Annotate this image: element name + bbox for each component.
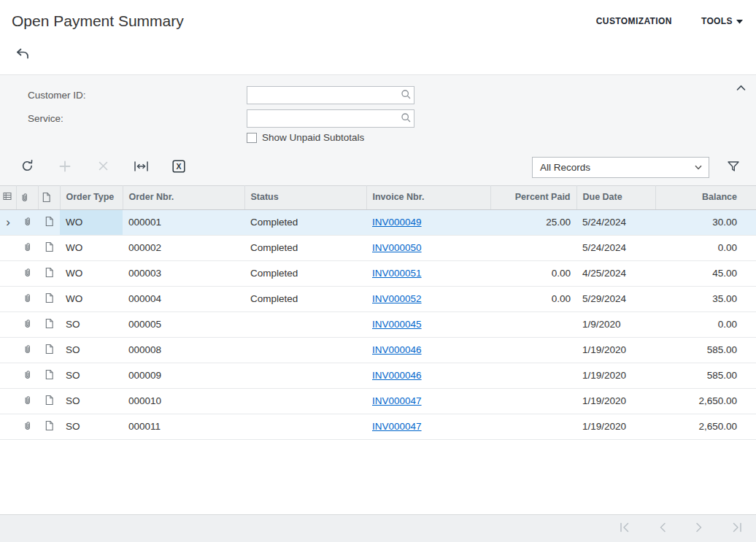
note-icon[interactable] <box>45 244 54 255</box>
note-cell[interactable] <box>38 311 60 337</box>
show-unpaid-subtotals-checkbox[interactable] <box>247 133 257 143</box>
paperclip-icon[interactable] <box>23 320 32 331</box>
table-row[interactable]: WO000002CompletedINV0000505/24/20240.00 <box>0 235 756 260</box>
note-cell[interactable] <box>38 337 60 363</box>
note-cell[interactable] <box>38 260 60 286</box>
note-icon[interactable] <box>45 371 54 382</box>
invoice-link[interactable]: INV000049 <box>372 217 422 228</box>
cell-invoice_nbr[interactable]: INV000046 <box>366 337 490 363</box>
attachment-cell[interactable] <box>16 286 38 311</box>
note-icon[interactable] <box>45 422 54 433</box>
export-excel-button[interactable]: X <box>168 156 190 178</box>
search-icon[interactable] <box>401 89 412 100</box>
invoice-link[interactable]: INV000051 <box>372 268 422 279</box>
prev-page-button[interactable] <box>657 522 668 535</box>
row-selector[interactable] <box>0 260 16 286</box>
cell-invoice_nbr[interactable]: INV000049 <box>366 209 490 235</box>
cell-invoice_nbr[interactable]: INV000051 <box>366 260 490 286</box>
table-row[interactable]: ›WO000001CompletedINV00004925.005/24/202… <box>0 209 756 235</box>
column-header-balance[interactable]: Balance <box>655 186 756 210</box>
note-icon[interactable] <box>45 218 54 229</box>
attachment-cell[interactable] <box>16 260 38 286</box>
paperclip-icon[interactable] <box>23 371 32 382</box>
column-header-due_date[interactable]: Due Date <box>576 186 655 210</box>
attachment-cell[interactable] <box>16 235 38 260</box>
note-cell[interactable] <box>38 209 60 235</box>
table-row[interactable]: SO000005INV0000451/9/20200.00 <box>0 311 756 337</box>
notes-column-header[interactable] <box>38 186 60 210</box>
column-header-invoice_nbr[interactable]: Invoice Nbr. <box>366 186 490 210</box>
attachment-cell[interactable] <box>16 363 38 388</box>
filter-settings-button[interactable] <box>722 156 744 178</box>
collapse-panel-button[interactable] <box>736 82 746 93</box>
delete-row-button[interactable] <box>92 156 114 178</box>
records-filter-dropdown[interactable]: All Records <box>532 157 709 178</box>
row-selector[interactable] <box>0 337 16 363</box>
attachments-column-header[interactable] <box>16 186 38 210</box>
table-row[interactable]: SO000008INV0000461/19/2020585.00 <box>0 337 756 363</box>
row-selector[interactable] <box>0 235 16 260</box>
note-cell[interactable] <box>38 414 60 439</box>
customization-menu[interactable]: CUSTOMIZATION <box>596 16 672 26</box>
cell-invoice_nbr[interactable]: INV000050 <box>366 235 490 260</box>
refresh-button[interactable] <box>16 156 38 178</box>
note-icon[interactable] <box>45 295 54 306</box>
row-selector[interactable] <box>0 286 16 311</box>
table-row[interactable]: WO000004CompletedINV0000520.005/29/20243… <box>0 286 756 311</box>
customer-id-input[interactable] <box>247 86 414 104</box>
undo-button[interactable] <box>15 47 31 63</box>
search-icon[interactable] <box>401 112 412 123</box>
cell-invoice_nbr[interactable]: INV000052 <box>366 286 490 311</box>
row-selector[interactable] <box>0 363 16 388</box>
invoice-link[interactable]: INV000050 <box>372 242 422 253</box>
row-selector[interactable]: › <box>0 209 16 235</box>
paperclip-icon[interactable] <box>23 269 32 280</box>
cell-invoice_nbr[interactable]: INV000046 <box>366 363 490 388</box>
invoice-link[interactable]: INV000047 <box>372 395 422 406</box>
note-cell[interactable] <box>38 235 60 260</box>
column-header-percent_paid[interactable]: Percent Paid <box>490 186 576 210</box>
row-selector[interactable] <box>0 414 16 439</box>
cell-invoice_nbr[interactable]: INV000045 <box>366 311 490 337</box>
invoice-link[interactable]: INV000046 <box>372 370 422 381</box>
last-page-button[interactable] <box>730 522 743 535</box>
note-icon[interactable] <box>45 269 54 280</box>
column-header-order_nbr[interactable]: Order Nbr. <box>123 186 244 210</box>
note-icon[interactable] <box>45 346 54 357</box>
attachment-cell[interactable] <box>16 209 38 235</box>
row-selector[interactable] <box>0 388 16 414</box>
next-page-button[interactable] <box>694 522 704 535</box>
invoice-link[interactable]: INV000045 <box>372 319 422 330</box>
service-input[interactable] <box>247 109 414 128</box>
attachment-cell[interactable] <box>16 337 38 363</box>
cell-invoice_nbr[interactable]: INV000047 <box>366 414 490 439</box>
invoice-link[interactable]: INV000046 <box>372 344 422 355</box>
attachment-cell[interactable] <box>16 311 38 337</box>
attachment-cell[interactable] <box>16 388 38 414</box>
table-row[interactable]: SO000009INV0000461/19/2020585.00 <box>0 363 756 388</box>
cell-invoice_nbr[interactable]: INV000047 <box>366 388 490 414</box>
invoice-link[interactable]: INV000047 <box>372 421 422 432</box>
first-page-button[interactable] <box>619 522 631 535</box>
paperclip-icon[interactable] <box>23 346 32 357</box>
paperclip-icon[interactable] <box>23 397 32 408</box>
invoice-link[interactable]: INV000052 <box>372 293 422 304</box>
add-row-button[interactable] <box>54 156 76 178</box>
note-cell[interactable] <box>38 286 60 311</box>
column-header-status[interactable]: Status <box>244 186 366 210</box>
table-row[interactable]: WO000003CompletedINV0000510.004/25/20244… <box>0 260 756 286</box>
note-icon[interactable] <box>45 397 54 408</box>
note-cell[interactable] <box>38 388 60 414</box>
paperclip-icon[interactable] <box>23 244 32 255</box>
paperclip-icon[interactable] <box>23 422 32 433</box>
attachment-cell[interactable] <box>16 414 38 439</box>
paperclip-icon[interactable] <box>23 295 32 306</box>
note-cell[interactable] <box>38 363 60 388</box>
fit-to-screen-button[interactable] <box>130 156 152 178</box>
note-icon[interactable] <box>45 320 54 331</box>
row-selector-column-header[interactable] <box>0 186 16 210</box>
row-selector[interactable] <box>0 311 16 337</box>
table-row[interactable]: SO000010INV0000471/19/20202,650.00 <box>0 388 756 414</box>
table-row[interactable]: SO000011INV0000471/19/20202,650.00 <box>0 414 756 439</box>
tools-menu[interactable]: TOOLS <box>701 16 743 26</box>
